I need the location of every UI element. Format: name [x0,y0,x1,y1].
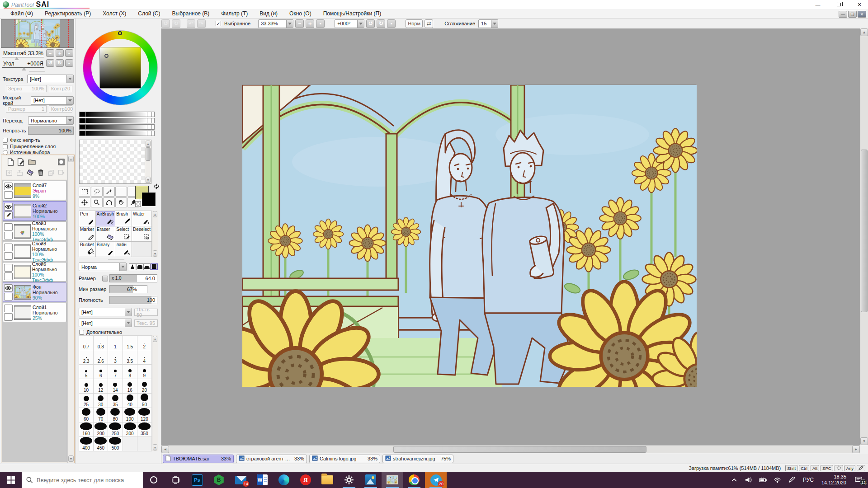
taskbar-app-chrome[interactable] [403,472,425,488]
sizes-scroll-down[interactable]: ▼ [153,444,157,450]
doc-tab-3[interactable]: strahovaniejizni.jpg75% [382,455,453,463]
texture-combo[interactable]: [Нет] [27,75,74,83]
brush-size-12[interactable]: 12 [94,379,108,394]
menu-item-2[interactable]: Холст (Х) [97,9,132,18]
layer-row-0[interactable]: Слой7Экран9% [3,181,66,200]
taskbar-app-file-explorer[interactable] [316,472,338,488]
clip-layer-checkbox[interactable] [3,144,8,149]
mix-slider-3[interactable] [79,124,155,130]
hand-tool[interactable] [115,197,127,207]
layer-visibility-toggle[interactable] [4,183,13,190]
menu-item-6[interactable]: Вид (и) [254,9,283,18]
brush-size-2-3[interactable]: 2.3 [79,350,94,365]
canvas-artwork[interactable] [242,84,696,386]
rotate-view-tool[interactable] [103,197,115,207]
navigator-preview[interactable] [1,19,74,48]
navigator-angle-slider[interactable]: Угол +000Я [2,60,44,68]
delete-layer-icon[interactable] [36,168,45,177]
sv-cursor[interactable] [104,54,108,58]
doc-tab-2[interactable]: Calmins logo.jpg33% [309,455,380,463]
brush-size-1[interactable]: 1 [108,336,123,350]
doc-tab-1[interactable]: страховой агент 2.jpg33% [236,455,307,463]
lasso-tool[interactable] [91,187,103,197]
notification-center-button[interactable]: 12 [851,472,867,488]
swap-colors-icon[interactable] [153,183,160,189]
brush-size-10[interactable]: 10 [79,379,94,394]
brush-size-3[interactable]: 3 [108,350,123,365]
nav-zoom-out-button[interactable]: − [46,49,54,57]
brush-size-8[interactable]: 8 [123,365,137,379]
brush-mode-combo[interactable]: Норма [79,263,127,271]
tools-scrollbar[interactable]: ▲ ▼ [152,211,158,257]
navigator-scale-slider[interactable]: Масштаб 33.3% [2,50,44,57]
brush-size-50[interactable]: 50 [137,394,152,408]
advanced-settings-checkbox[interactable] [79,330,84,335]
layer-row-5[interactable]: ФонНормально90% [3,282,66,302]
effect2-combo[interactable]: [Нет] [79,319,132,327]
layer-draft-toggle[interactable] [4,252,13,260]
copy-layer-icon[interactable] [47,168,56,177]
brush-size-6[interactable]: 6 [94,365,108,379]
sizes-scroll-up[interactable]: ▲ [153,336,157,342]
wifi-button[interactable] [771,472,784,488]
selection-visible-checkbox[interactable]: ✓ [216,21,221,26]
color-wheel[interactable] [83,30,158,105]
panel-grip-2[interactable] [108,259,124,260]
layer-draft-toggle[interactable] [4,272,13,280]
brush-size-120[interactable]: 120 [137,408,152,422]
cortana-button[interactable] [143,472,165,488]
rotate-cw-button[interactable]: ↻ [377,19,385,28]
menu-item-3[interactable]: Слой (С) [132,9,166,18]
layer-visibility-toggle[interactable] [4,305,13,312]
canvas-area[interactable] [161,28,860,445]
brush-size-160[interactable]: 160 [79,422,94,437]
language-indicator[interactable]: РУС [800,472,817,488]
taskbar-app-photoshop[interactable]: Ps [186,472,208,488]
advanced-settings-row[interactable]: Дополнительно [79,329,122,335]
menu-item-4[interactable]: Выбранное (В) [166,9,216,18]
layer-draft-toggle[interactable] [4,293,13,300]
brush-size-0-8[interactable]: 0.8 [94,336,108,350]
tool-binary[interactable]: Binary [96,242,115,257]
brush-size-4[interactable]: 4 [137,350,152,365]
zoom-reset-button[interactable]: ▪ [316,19,325,28]
texture-dropdown-icon[interactable] [66,75,73,83]
vscroll-thumb[interactable] [861,150,868,312]
saturation-value-square[interactable] [99,47,141,89]
transfer-down-icon[interactable] [5,168,14,177]
canvas-horizontal-scrollbar[interactable]: ◄ ► [161,445,860,453]
flip-horizontal-button[interactable]: ⇄ [425,19,433,28]
search-input[interactable] [37,477,132,483]
menu-item-1[interactable]: Редактировать (Р) [39,9,97,18]
zoom-in-button[interactable]: ＋ [306,19,314,28]
layers-scroll-down[interactable]: ▼ [68,455,74,462]
undo-button[interactable]: ↺ [161,19,170,28]
panel-grip[interactable] [29,71,45,72]
history-back-button[interactable]: ↶ [187,19,195,28]
taskbar-app-telegram[interactable]: 20 [425,472,447,488]
brush-size-250[interactable]: 250 [108,422,123,437]
tool-eraser[interactable]: Eraser [96,226,115,242]
tool-select[interactable]: Select [115,226,132,242]
tool-pen[interactable]: Pen [79,211,96,226]
tools-scroll-down[interactable]: ▼ [153,250,157,257]
brush-size-9[interactable]: 9 [137,365,152,379]
taskbar-app-sai[interactable] [382,472,403,488]
task-view-button[interactable] [165,472,186,488]
nav-zoom-in-button[interactable]: ＋ [56,49,64,57]
hue-cursor[interactable] [118,31,122,35]
brush-size-500[interactable]: 500 [108,437,123,451]
mdi-minimize-button[interactable]: — [839,11,847,18]
rotate-reset-button[interactable]: ▪ [387,19,396,28]
magic-wand-tool[interactable] [103,187,115,197]
brush-size-200[interactable]: 200 [94,422,108,437]
menu-item-8[interactable]: Помощь/Настройки (П) [317,9,387,18]
vscroll-up-button[interactable]: ▲ [860,28,868,36]
layer-mode-dropdown-icon[interactable] [66,117,73,124]
layer-visibility-toggle[interactable] [4,244,13,251]
rotate-ccw-button[interactable]: ↺ [366,19,375,28]
swatches-scrollbar[interactable]: ▲ ▼ [145,140,151,183]
brush-size-2[interactable]: 2 [137,336,152,350]
swatches-scroll-down[interactable]: ▼ [146,177,151,183]
tray-chevron-button[interactable] [727,472,741,488]
